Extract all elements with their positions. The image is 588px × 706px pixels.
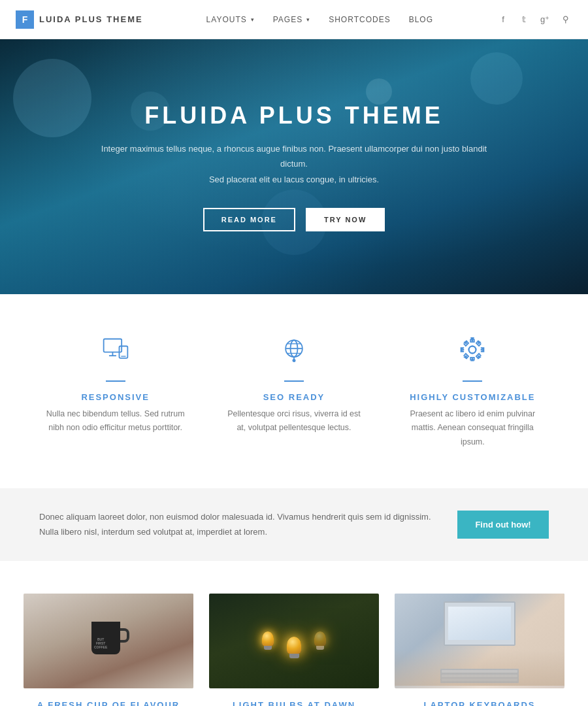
card-title-laptop: LAPTOP KEYBOARDS <box>395 700 564 706</box>
feature-desc-responsive: Nulla nec bibendum tellus. Sed rutrum ni… <box>46 407 185 435</box>
card-image-laptop <box>395 594 564 688</box>
card-image-bulbs <box>209 594 379 688</box>
banner-section: Donec aliquam laoreet dolor, non euismod… <box>0 488 588 561</box>
bulb-illustration-2 <box>287 637 301 658</box>
feature-desc-seo: Pellentesque orci risus, viverra id est … <box>224 407 363 435</box>
card-title-bulbs: LIGHT BULBS AT DAWN <box>209 700 379 706</box>
layouts-dropdown-icon: ▾ <box>251 16 255 23</box>
card-bulbs: LIGHT BULBS AT DAWN Pellentesque lacinia… <box>209 594 379 706</box>
card-laptop: LAPTOP KEYBOARDS Aenean molestie eleifen… <box>395 594 564 706</box>
bulb-illustration-3 <box>314 631 326 650</box>
svg-point-13 <box>469 346 476 354</box>
navbar: F LUIDA PLUS THEME LAYOUTS ▾ PAGES ▾ SHO… <box>0 0 588 39</box>
read-more-button[interactable]: READ MORE <box>203 208 295 231</box>
feature-desc-customizable: Praesent ac libero id enim pulvinar matt… <box>403 407 542 449</box>
features-section: RESPONSIVE Nulla nec bibendum tellus. Se… <box>0 294 588 488</box>
nav-pages[interactable]: PAGES ▾ <box>273 15 310 24</box>
card-image-coffee: BUTFIRSTCOFFEE <box>24 594 193 688</box>
feature-divider-responsive <box>106 380 125 382</box>
feature-title-customizable: HIGHLY CUSTOMIZABLE <box>410 392 535 402</box>
feature-seo: SEO READY Pellentesque orci risus, viver… <box>204 333 383 449</box>
gear-icon <box>456 333 489 366</box>
find-out-how-button[interactable]: Find out how! <box>457 511 549 539</box>
cards-grid: BUTFIRSTCOFFEE A FRESH CUP OF FLAVOUR In… <box>24 594 564 706</box>
twitter-icon[interactable]: 𝕥 <box>517 13 531 26</box>
cards-section: BUTFIRSTCOFFEE A FRESH CUP OF FLAVOUR In… <box>0 561 588 706</box>
logo-box[interactable]: F <box>16 10 34 29</box>
hero-section: FLUIDA PLUS THEME Integer maximus tellus… <box>0 39 588 294</box>
nav-shortcodes[interactable]: SHORTCODES <box>329 15 390 24</box>
pages-dropdown-icon: ▾ <box>306 16 310 23</box>
feature-responsive: RESPONSIVE Nulla nec bibendum tellus. Se… <box>26 333 204 449</box>
nav-layouts[interactable]: LAYOUTS ▾ <box>206 15 255 24</box>
nav-links: LAYOUTS ▾ PAGES ▾ SHORTCODES BLOG <box>206 15 433 24</box>
feature-title-seo: SEO READY <box>263 392 325 402</box>
try-now-button[interactable]: TRY NOW <box>306 208 385 231</box>
svg-point-11 <box>293 360 295 362</box>
nav-blog[interactable]: BLOG <box>409 15 433 24</box>
logo-area: F LUIDA PLUS THEME <box>16 10 143 29</box>
card-title-coffee: A FRESH CUP OF FLAVOUR <box>24 700 193 706</box>
globe-icon <box>278 333 310 366</box>
banner-text: Donec aliquam laoreet dolor, non euismod… <box>39 509 431 540</box>
coffee-mug-illustration: BUTFIRSTCOFFEE <box>91 622 125 660</box>
feature-divider-seo <box>284 380 304 382</box>
google-plus-icon[interactable]: g⁺ <box>538 13 551 26</box>
feature-title-responsive: RESPONSIVE <box>81 392 150 402</box>
feature-customizable: HIGHLY CUSTOMIZABLE Praesent ac libero i… <box>384 333 562 449</box>
feature-divider-customizable <box>463 380 482 382</box>
hero-buttons: READ MORE TRY NOW <box>203 208 385 231</box>
link-icon[interactable]: ⚲ <box>559 13 572 26</box>
facebook-icon[interactable]: f <box>497 13 510 26</box>
hero-title: FLUIDA PLUS THEME <box>144 102 444 129</box>
logo-text: LUIDA PLUS THEME <box>39 14 143 24</box>
card-coffee: BUTFIRSTCOFFEE A FRESH CUP OF FLAVOUR In… <box>24 594 193 706</box>
bulb-illustration-1 <box>262 631 274 650</box>
social-icons-group: f 𝕥 g⁺ ⚲ <box>497 13 572 26</box>
hero-subtitle: Integer maximus tellus neque, a rhoncus … <box>91 141 497 187</box>
monitor-icon <box>99 333 132 366</box>
